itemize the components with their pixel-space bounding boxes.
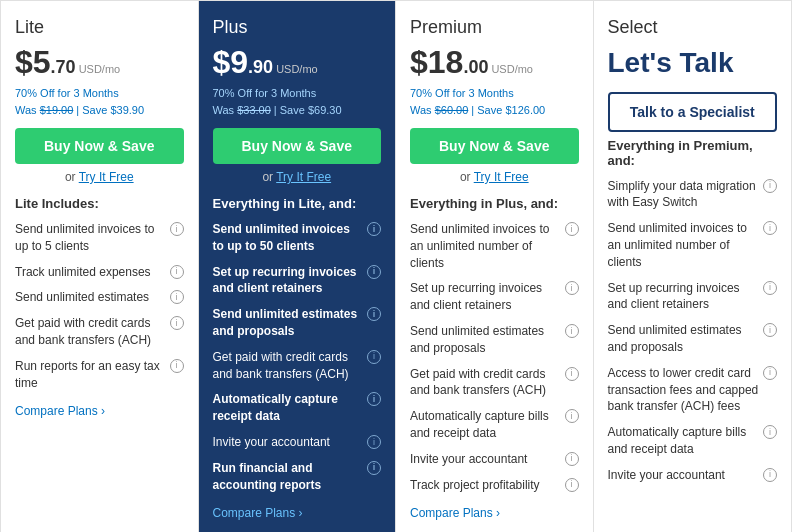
feature-text-premium-0: Send unlimited invoices to an unlimited …: [410, 221, 565, 271]
info-icon-premium-2[interactable]: i: [565, 324, 579, 338]
feature-text-select-6: Invite your accountant: [608, 467, 764, 484]
feature-item-premium-3: Get paid with credit cards and bank tran…: [410, 366, 579, 400]
info-icon-plus-1[interactable]: i: [367, 265, 381, 279]
feature-item-plus-3: Get paid with credit cards and bank tran…: [213, 349, 382, 383]
plan-col-select: SelectLet's TalkTalk to a SpecialistEver…: [594, 1, 792, 532]
feature-item-lite-3: Get paid with credit cards and bank tran…: [15, 315, 184, 349]
feature-list-plus: Send unlimited invoices to up to 50 clie…: [213, 221, 382, 493]
info-icon-select-5[interactable]: i: [763, 425, 777, 439]
discount-line2-plus: Was $33.00 | Save $69.30: [213, 102, 382, 119]
feature-list-select: Simplify your data migration with Easy S…: [608, 178, 778, 484]
plan-col-plus: Plus $9 .90 USD/mo 70% Off for 3 Months …: [199, 1, 397, 532]
feature-item-plus-0: Send unlimited invoices to up to 50 clie…: [213, 221, 382, 255]
feature-item-premium-5: Invite your accountant i: [410, 451, 579, 468]
info-icon-premium-4[interactable]: i: [565, 409, 579, 423]
info-icon-premium-5[interactable]: i: [565, 452, 579, 466]
feature-text-select-2: Set up recurring invoices and client ret…: [608, 280, 764, 314]
was-price-plus: $33.00: [237, 104, 271, 116]
info-icon-lite-3[interactable]: i: [170, 316, 184, 330]
info-icon-plus-5[interactable]: i: [367, 435, 381, 449]
pricing-grid: Lite $5 .70 USD/mo 70% Off for 3 Months …: [0, 0, 792, 532]
price-integer-plus: $9: [213, 44, 249, 81]
feature-list-premium: Send unlimited invoices to an unlimited …: [410, 221, 579, 493]
includes-label-premium: Everything in Plus, and:: [410, 196, 579, 211]
info-icon-lite-1[interactable]: i: [170, 265, 184, 279]
discount-line2-lite: Was $19.00 | Save $39.90: [15, 102, 184, 119]
feature-text-plus-2: Send unlimited estimates and proposals: [213, 306, 368, 340]
price-decimal-lite: .70: [51, 57, 76, 78]
feature-list-lite: Send unlimited invoices to up to 5 clien…: [15, 221, 184, 391]
price-decimal-premium: .00: [463, 57, 488, 78]
info-icon-plus-6[interactable]: i: [367, 461, 381, 475]
info-icon-plus-4[interactable]: i: [367, 392, 381, 406]
plan-name-select: Select: [608, 17, 778, 38]
info-icon-select-6[interactable]: i: [763, 468, 777, 482]
try-free-link-lite[interactable]: Try It Free: [79, 170, 134, 184]
discount-block-plus: 70% Off for 3 Months Was $33.00 | Save $…: [213, 85, 382, 118]
specialist-button[interactable]: Talk to a Specialist: [608, 92, 778, 132]
info-icon-premium-0[interactable]: i: [565, 222, 579, 236]
buy-button-lite[interactable]: Buy Now & Save: [15, 128, 184, 164]
price-integer-lite: $5: [15, 44, 51, 81]
discount-block-premium: 70% Off for 3 Months Was $60.00 | Save $…: [410, 85, 579, 118]
feature-item-plus-4: Automatically capture receipt data i: [213, 391, 382, 425]
info-icon-lite-4[interactable]: i: [170, 359, 184, 373]
compare-link-lite[interactable]: Compare Plans ›: [15, 404, 105, 418]
price-period-premium: USD/mo: [491, 63, 533, 75]
try-free-plus: or Try It Free: [213, 170, 382, 184]
info-icon-plus-2[interactable]: i: [367, 307, 381, 321]
info-icon-select-0[interactable]: i: [763, 179, 777, 193]
feature-text-lite-0: Send unlimited invoices to up to 5 clien…: [15, 221, 170, 255]
feature-item-plus-1: Set up recurring invoices and client ret…: [213, 264, 382, 298]
try-free-link-premium[interactable]: Try It Free: [474, 170, 529, 184]
buy-button-plus[interactable]: Buy Now & Save: [213, 128, 382, 164]
info-icon-premium-6[interactable]: i: [565, 478, 579, 492]
feature-item-premium-1: Set up recurring invoices and client ret…: [410, 280, 579, 314]
feature-text-premium-3: Get paid with credit cards and bank tran…: [410, 366, 565, 400]
compare-link-plus[interactable]: Compare Plans ›: [213, 506, 303, 520]
info-icon-select-2[interactable]: i: [763, 281, 777, 295]
feature-text-plus-4: Automatically capture receipt data: [213, 391, 368, 425]
compare-link-premium[interactable]: Compare Plans ›: [410, 506, 500, 520]
feature-text-select-3: Send unlimited estimates and proposals: [608, 322, 764, 356]
buy-button-premium[interactable]: Buy Now & Save: [410, 128, 579, 164]
feature-text-lite-2: Send unlimited estimates: [15, 289, 170, 306]
discount-line1-plus: 70% Off for 3 Months: [213, 85, 382, 102]
info-icon-lite-2[interactable]: i: [170, 290, 184, 304]
includes-label-lite: Lite Includes:: [15, 196, 184, 211]
feature-text-select-0: Simplify your data migration with Easy S…: [608, 178, 764, 212]
info-icon-premium-1[interactable]: i: [565, 281, 579, 295]
try-free-link-plus[interactable]: Try It Free: [276, 170, 331, 184]
feature-item-lite-4: Run reports for an easy tax time i: [15, 358, 184, 392]
feature-text-premium-4: Automatically capture bills and receipt …: [410, 408, 565, 442]
feature-text-plus-6: Run financial and accounting reports: [213, 460, 368, 494]
feature-item-select-1: Send unlimited invoices to an unlimited …: [608, 220, 778, 270]
info-icon-select-3[interactable]: i: [763, 323, 777, 337]
price-row-premium: $18 .00 USD/mo: [410, 44, 579, 81]
plan-col-lite: Lite $5 .70 USD/mo 70% Off for 3 Months …: [1, 1, 199, 532]
feature-text-plus-1: Set up recurring invoices and client ret…: [213, 264, 368, 298]
price-row-lite: $5 .70 USD/mo: [15, 44, 184, 81]
info-icon-plus-3[interactable]: i: [367, 350, 381, 364]
feature-item-lite-0: Send unlimited invoices to up to 5 clien…: [15, 221, 184, 255]
price-integer-premium: $18: [410, 44, 463, 81]
was-price-premium: $60.00: [435, 104, 469, 116]
feature-item-premium-2: Send unlimited estimates and proposals i: [410, 323, 579, 357]
try-free-lite: or Try It Free: [15, 170, 184, 184]
info-icon-plus-0[interactable]: i: [367, 222, 381, 236]
feature-item-premium-0: Send unlimited invoices to an unlimited …: [410, 221, 579, 271]
was-price-lite: $19.00: [40, 104, 74, 116]
info-icon-lite-0[interactable]: i: [170, 222, 184, 236]
feature-item-select-4: Access to lower credit card transaction …: [608, 365, 778, 415]
price-row-plus: $9 .90 USD/mo: [213, 44, 382, 81]
feature-text-lite-4: Run reports for an easy tax time: [15, 358, 170, 392]
info-icon-premium-3[interactable]: i: [565, 367, 579, 381]
plan-name-plus: Plus: [213, 17, 382, 38]
feature-item-premium-4: Automatically capture bills and receipt …: [410, 408, 579, 442]
feature-text-plus-5: Invite your accountant: [213, 434, 368, 451]
info-icon-select-1[interactable]: i: [763, 221, 777, 235]
price-period-lite: USD/mo: [79, 63, 121, 75]
plan-name-lite: Lite: [15, 17, 184, 38]
price-decimal-plus: .90: [248, 57, 273, 78]
info-icon-select-4[interactable]: i: [763, 366, 777, 380]
